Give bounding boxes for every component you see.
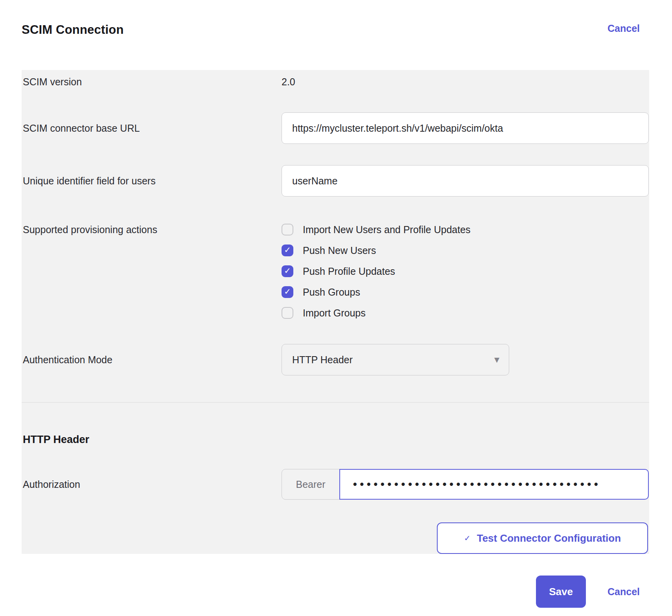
page-header: SCIM Connection Cancel <box>0 0 672 37</box>
section-divider <box>22 402 649 403</box>
provisioning-option[interactable]: ✓ Push New Users <box>282 242 649 259</box>
cancel-link-bottom[interactable]: Cancel <box>608 586 640 598</box>
provisioning-option[interactable]: Import New Users and Profile Updates <box>282 221 649 238</box>
footer-actions: Save Cancel <box>0 576 672 608</box>
auth-mode-selected-value: HTTP Header <box>292 354 353 366</box>
unique-id-row: Unique identifier field for users <box>22 165 649 197</box>
authorization-token-input[interactable] <box>339 469 649 500</box>
auth-mode-select[interactable]: HTTP Header ▼ <box>282 344 509 375</box>
page-title: SCIM Connection <box>22 23 124 37</box>
checkbox-label: Push New Users <box>303 245 376 256</box>
provisioning-option[interactable]: Import Groups <box>282 305 649 321</box>
checkbox-push-new-users-icon[interactable]: ✓ <box>282 245 293 256</box>
bearer-prefix: Bearer <box>282 469 340 500</box>
cancel-link-top[interactable]: Cancel <box>608 23 640 34</box>
checkbox-label: Import New Users and Profile Updates <box>303 224 471 235</box>
authorization-label: Authorization <box>23 478 282 491</box>
checkbox-push-groups-icon[interactable]: ✓ <box>282 286 293 298</box>
test-button-row: ✓ Test Connector Configuration <box>22 522 649 554</box>
checkbox-label: Push Groups <box>303 287 360 298</box>
authorization-field-group: Bearer <box>282 469 649 500</box>
authorization-row: Authorization Bearer <box>22 469 649 500</box>
unique-id-label: Unique identifier field for users <box>23 175 282 187</box>
provisioning-options: Import New Users and Profile Updates ✓ P… <box>282 221 649 321</box>
chevron-down-icon: ▼ <box>494 356 499 364</box>
scim-version-value: 2.0 <box>282 75 295 88</box>
checkbox-push-profile-updates-icon[interactable]: ✓ <box>282 265 293 277</box>
scim-version-row: SCIM version 2.0 <box>22 75 649 88</box>
scim-connection-form: SCIM version 2.0 SCIM connector base URL… <box>22 70 649 554</box>
auth-mode-label: Authentication Mode <box>23 353 282 366</box>
provisioning-option[interactable]: ✓ Push Profile Updates <box>282 263 649 279</box>
unique-id-input[interactable] <box>282 165 649 197</box>
scim-version-label: SCIM version <box>23 75 282 88</box>
provisioning-label: Supported provisioning actions <box>23 221 282 238</box>
checkbox-import-groups-icon[interactable] <box>282 307 293 319</box>
provisioning-option[interactable]: ✓ Push Groups <box>282 284 649 300</box>
checkbox-label: Import Groups <box>303 307 366 319</box>
save-button[interactable]: Save <box>536 576 586 608</box>
auth-mode-row: Authentication Mode HTTP Header ▼ <box>22 344 649 375</box>
provisioning-row: Supported provisioning actions Import Ne… <box>22 221 649 321</box>
base-url-label: SCIM connector base URL <box>23 122 282 134</box>
http-header-section-heading: HTTP Header <box>22 433 649 446</box>
test-connector-configuration-button[interactable]: ✓ Test Connector Configuration <box>437 522 648 554</box>
checkbox-label: Push Profile Updates <box>303 266 395 277</box>
base-url-row: SCIM connector base URL <box>22 112 649 144</box>
base-url-input[interactable] <box>282 112 649 144</box>
checkbox-import-new-users-icon[interactable] <box>282 224 293 235</box>
check-icon: ✓ <box>464 533 471 543</box>
test-button-label: Test Connector Configuration <box>477 532 621 544</box>
